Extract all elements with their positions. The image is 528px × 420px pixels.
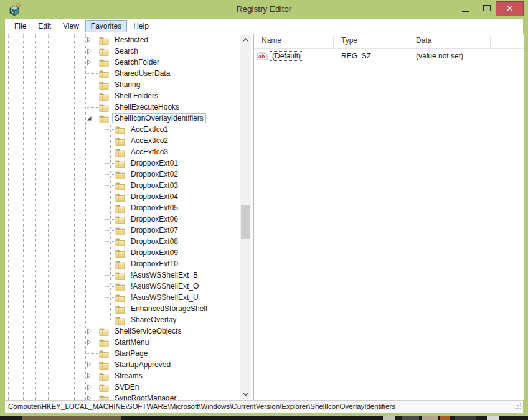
expand-arrow-icon[interactable] [87, 57, 99, 68]
tree-item-startmenu[interactable]: StartMenu [5, 337, 241, 348]
value-row--default-[interactable]: ab(Default)REG_SZ(value not set) [254, 50, 524, 62]
tree-item-shareoverlay[interactable]: ShareOverlay [5, 314, 241, 325]
tree-item-label[interactable]: StartPage [112, 348, 150, 358]
tree-item-shelliconoverlayidentifiers[interactable]: ShellIconOverlayIdentifiers [5, 113, 241, 124]
tree-item-label[interactable]: DropboxExt08 [128, 236, 181, 246]
tree-connector [105, 258, 115, 269]
tree-item-accextico3[interactable]: AccExtIco3 [5, 146, 241, 157]
menu-edit[interactable]: Edit [32, 20, 57, 32]
tree-item-accextico2[interactable]: AccExtIco2 [5, 135, 241, 146]
tree-item-label[interactable]: AccExtIco1 [128, 124, 171, 134]
tree-item-dropboxext05[interactable]: DropboxExt05 [5, 202, 241, 213]
folder-icon [115, 215, 125, 223]
menu-file[interactable]: File [9, 20, 32, 32]
tree-item-label[interactable]: DropboxExt09 [128, 248, 181, 258]
scrollbar-down-arrow-icon[interactable] [240, 390, 251, 399]
tree-item-label[interactable]: !AsusWSShellExt_O [128, 281, 201, 291]
tree-item-label[interactable]: Sharing [112, 80, 143, 90]
tree-item-restricted[interactable]: Restricted [5, 34, 241, 45]
menu-favorites[interactable]: Favorites [85, 20, 127, 32]
tree-item-dropboxext06[interactable]: DropboxExt06 [5, 213, 241, 225]
tree-item-enhancedstorageshell[interactable]: EnhancedStorageShell [5, 303, 241, 314]
tree-item-label[interactable]: DropboxExt06 [128, 214, 181, 224]
tree-item-label[interactable]: !AsusWSShellExt_B [128, 270, 200, 280]
tree-item-label[interactable]: SyncRootManager [112, 393, 179, 400]
tree-item-dropboxext03[interactable]: DropboxExt03 [5, 180, 241, 191]
tree-item-label[interactable]: DropboxExt01 [128, 158, 181, 168]
close-button[interactable]: ✕ [496, 1, 524, 16]
tree-item-startupapproved[interactable]: StartupApproved [5, 359, 241, 370]
tree-item-label[interactable]: ShellIconOverlayIdentifiers [112, 113, 206, 123]
tree-item-label[interactable]: Search [112, 46, 141, 56]
tree-item-dropboxext08[interactable]: DropboxExt08 [5, 236, 241, 247]
tree-item-accextico1[interactable]: AccExtIco1 [5, 124, 241, 135]
tree-item-label[interactable]: SVDEn [112, 382, 141, 392]
expand-arrow-icon[interactable] [87, 370, 99, 381]
menu-help[interactable]: Help [128, 20, 154, 32]
value-name-cell[interactable]: ab(Default) [254, 51, 334, 61]
resize-grip[interactable] [514, 401, 522, 412]
tree-item-shareduserdata[interactable]: SharedUserData [5, 68, 241, 79]
expand-arrow-icon[interactable] [87, 325, 99, 337]
tree-item-sharing[interactable]: Sharing [5, 79, 241, 90]
tree-scrollbar[interactable] [240, 35, 251, 399]
tree-item-label[interactable]: SearchFolder [112, 57, 162, 67]
tree-item-search[interactable]: Search [5, 45, 241, 57]
tree-item-label[interactable]: DropboxExt04 [128, 192, 181, 202]
scrollbar-thumb[interactable] [241, 205, 250, 239]
tree-item--asuswsshellext-u[interactable]: !AsusWSShellExt_U [5, 292, 241, 303]
expand-arrow-icon[interactable] [87, 34, 99, 45]
tree-item--asuswsshellext-o[interactable]: !AsusWSShellExt_O [5, 281, 241, 292]
tree-item-dropboxext04[interactable]: DropboxExt04 [5, 191, 241, 202]
column-header-name[interactable]: Name [254, 34, 334, 48]
tree-item-label[interactable]: AccExtIco2 [128, 136, 171, 146]
tree-item-shellexecutehooks[interactable]: ShellExecuteHooks [5, 101, 241, 113]
expand-arrow-icon[interactable] [87, 45, 99, 57]
title-bar[interactable]: Registry Editor ✕ [0, 0, 528, 19]
tree-item-label[interactable]: ShellExecuteHooks [112, 102, 182, 112]
scrollbar-up-arrow-icon[interactable] [240, 35, 251, 45]
tree-item-dropboxext02[interactable]: DropboxExt02 [5, 169, 241, 180]
expand-arrow-icon[interactable] [87, 337, 99, 348]
tree-item-dropboxext07[interactable]: DropboxExt07 [5, 225, 241, 236]
tree-item-label[interactable]: DropboxExt10 [128, 259, 181, 269]
tree-item-shell-folders[interactable]: Shell Folders [5, 90, 241, 101]
minimize-button[interactable] [458, 0, 474, 17]
tree-item-label[interactable]: ShellServiceObjects [112, 326, 184, 336]
tree-item-searchfolder[interactable]: SearchFolder [5, 57, 241, 68]
tree-item-dropboxext09[interactable]: DropboxExt09 [5, 247, 241, 258]
expand-arrow-icon[interactable] [87, 381, 99, 393]
value-name[interactable]: (Default) [270, 51, 303, 61]
status-bar-path: Computer\HKEY_LOCAL_MACHINE\SOFTWARE\Mic… [8, 403, 395, 410]
tree-item-label[interactable]: StartupApproved [112, 360, 173, 370]
tree-item-label[interactable]: !AsusWSShellExt_U [128, 292, 201, 302]
folder-icon [115, 260, 125, 268]
tree-item--asuswsshellext-b[interactable]: !AsusWSShellExt_B [5, 269, 241, 281]
tree-item-label[interactable]: ShareOverlay [128, 315, 179, 325]
tree-item-label[interactable]: DropboxExt07 [128, 225, 181, 235]
column-header-data[interactable]: Data [408, 34, 491, 48]
tree-item-label[interactable]: DropboxExt02 [128, 169, 181, 179]
tree-item-label[interactable]: StartMenu [112, 337, 151, 347]
tree-item-svden[interactable]: SVDEn [5, 381, 241, 393]
column-header-type[interactable]: Type [334, 34, 408, 48]
tree-item-label[interactable]: DropboxExt05 [128, 203, 181, 213]
collapse-arrow-icon[interactable] [87, 113, 99, 124]
tree-item-startpage[interactable]: StartPage [5, 348, 241, 359]
tree-item-label[interactable]: Restricted [112, 35, 151, 45]
tree-item-shellserviceobjects[interactable]: ShellServiceObjects [5, 325, 241, 337]
expand-arrow-icon[interactable] [87, 359, 99, 370]
tree-item-dropboxext10[interactable]: DropboxExt10 [5, 258, 241, 269]
tree-item-label[interactable]: Shell Folders [112, 91, 161, 101]
tree-item-syncrootmanager[interactable]: SyncRootManager [5, 393, 241, 400]
tree-item-label[interactable]: EnhancedStorageShell [128, 304, 210, 314]
tree-item-label[interactable]: DropboxExt03 [128, 180, 181, 190]
maximize-button[interactable] [479, 0, 496, 17]
tree-item-dropboxext01[interactable]: DropboxExt01 [5, 157, 241, 169]
expand-arrow-icon[interactable] [87, 393, 99, 400]
tree-item-streams[interactable]: Streams [5, 370, 241, 381]
tree-item-label[interactable]: SharedUserData [112, 68, 172, 78]
tree-item-label[interactable]: AccExtIco3 [128, 147, 171, 157]
menu-view[interactable]: View [57, 20, 85, 32]
tree-item-label[interactable]: Streams [112, 371, 145, 381]
